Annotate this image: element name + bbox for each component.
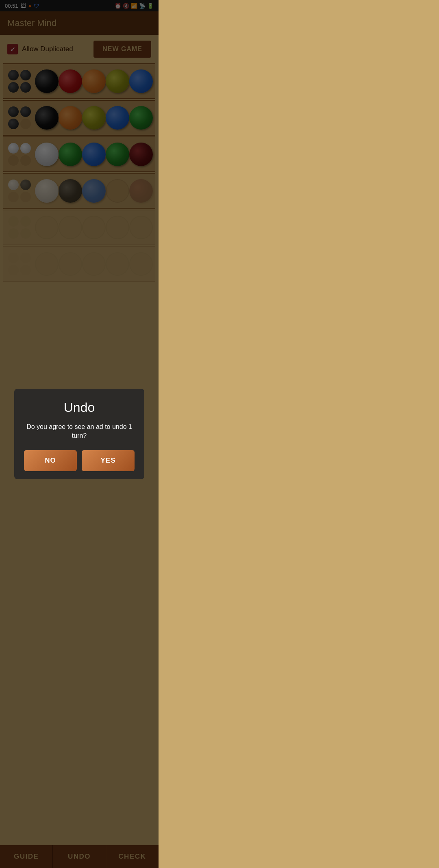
dialog-overlay: Undo Do you agree to see an ad to undo 1…: [0, 0, 159, 394]
undo-dialog: Undo Do you agree to see an ad to undo 1…: [14, 389, 144, 394]
